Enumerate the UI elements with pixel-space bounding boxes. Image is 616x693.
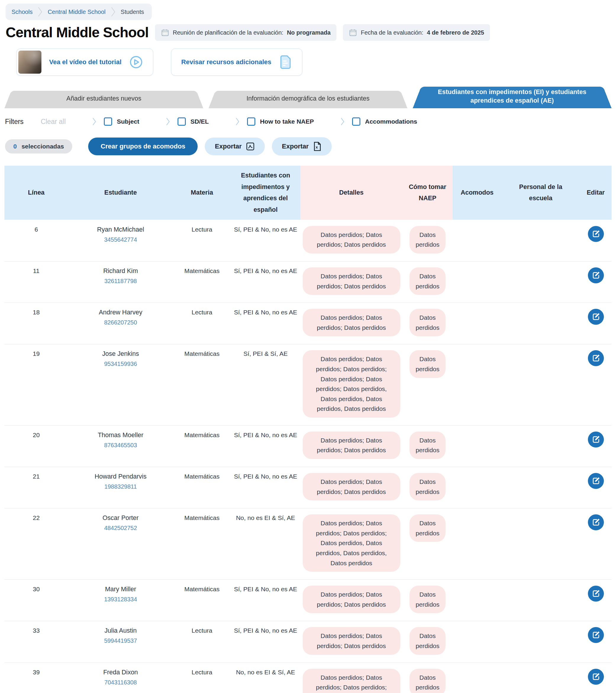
filter-sd-el[interactable]: SD/EL [177, 117, 209, 126]
cell-student: Ryan McMichael 3455642774 [68, 220, 173, 261]
student-id-link[interactable]: 3455642774 [104, 236, 137, 243]
student-id-link[interactable]: 8266207250 [104, 319, 137, 326]
edit-student-button[interactable] [588, 586, 604, 601]
cell-how-to-take-naep: Datos perdidos [402, 425, 453, 467]
column-header-edit: Editar [580, 166, 612, 220]
student-id-link[interactable]: 8763465503 [104, 442, 137, 449]
student-id-link[interactable]: 4842502752 [104, 525, 137, 532]
edit-student-button[interactable] [588, 268, 604, 283]
cell-line-number: 20 [4, 425, 68, 467]
student-id-link[interactable]: 3261187798 [104, 278, 137, 284]
cell-sd-el-status: No, no es EI & Sí, AE [231, 663, 300, 693]
student-name: Mary Miller [105, 586, 136, 593]
cell-details: Datos perdidos; Datos perdidos; Datos pe… [300, 509, 402, 579]
table-row: 19 Jose Jenkins 9534159936 Matemáticas S… [4, 344, 612, 425]
student-name: Freda Dixon [103, 669, 138, 676]
student-id-link[interactable]: 5994419537 [104, 637, 137, 644]
table-row: 22 Oscar Porter 4842502752 Matemáticas N… [4, 509, 612, 580]
table-row: 30 Mary Miller 1393128334 Matemáticas Sí… [4, 580, 612, 621]
student-name: Andrew Harvey [99, 309, 142, 316]
tutorial-video-label: Vea el vídeo del tutorial [49, 58, 121, 66]
export-excel-button[interactable]: Exportar x [272, 137, 332, 156]
accommodations-checkbox[interactable] [352, 117, 360, 126]
cell-how-to-take-naep: Datos perdidos [402, 220, 453, 261]
cell-school-staff [501, 425, 580, 467]
cell-student: Mary Miller 1393128334 [68, 580, 173, 621]
tab-label: Estudiantes con impedimentos (EI) y estu… [413, 85, 612, 108]
tab-demographic-info[interactable]: Información demográfica de los estudiant… [209, 89, 407, 108]
table-body: 6 Ryan McMichael 3455642774 Lectura Sí, … [4, 220, 612, 693]
filters-row: Filters Clear all Subject SD/EL How to t… [5, 117, 612, 126]
chevron-right-icon [111, 6, 115, 17]
svg-text:x: x [316, 145, 318, 150]
cell-line-number: 22 [4, 509, 68, 579]
student-name: Julia Austin [104, 627, 137, 634]
column-header-school-staff: Personal de la escuela [501, 166, 580, 220]
cell-school-staff [501, 663, 580, 693]
edit-student-button[interactable] [588, 473, 604, 489]
cell-student: Howard Pendarvis 1988329811 [68, 467, 173, 508]
sd-el-checkbox[interactable] [177, 117, 186, 126]
naep-missing-data-pill: Datos perdidos [409, 432, 446, 459]
cell-subject: Matemáticas [173, 580, 231, 621]
edit-student-button[interactable] [588, 432, 604, 448]
filter-how-to-take-naep[interactable]: How to take NAEP [247, 117, 314, 126]
breadcrumb-students: Students [121, 8, 144, 15]
student-id-link[interactable]: 7043116308 [104, 679, 137, 686]
table-row: 11 Richard Kim 3261187798 Matemáticas Sí… [4, 261, 612, 303]
cell-subject: Matemáticas [173, 425, 231, 467]
how-to-take-naep-checkbox[interactable] [247, 117, 255, 126]
edit-student-button[interactable] [588, 514, 604, 530]
additional-resources-card[interactable]: Revisar recursos adicionales [171, 48, 303, 76]
filter-label: Accommodations [365, 118, 417, 125]
table-row: 33 Julia Austin 5994419537 Lectura Sí, P… [4, 621, 612, 662]
edit-student-button[interactable] [588, 226, 604, 242]
student-id-link[interactable]: 1988329811 [104, 483, 137, 490]
export-pdf-button[interactable]: Exportar [205, 138, 265, 155]
cell-school-staff [501, 621, 580, 662]
export-excel-label: Exportar [282, 142, 309, 150]
edit-student-button[interactable] [588, 669, 604, 685]
cell-edit [580, 663, 612, 693]
create-accommodation-groups-button[interactable]: Crear grupos de acomodos [88, 138, 198, 155]
cell-student: Andrew Harvey 8266207250 [68, 303, 173, 344]
tab-sd-el-students[interactable]: Estudiantes con impedimentos (EI) y estu… [413, 85, 612, 108]
cards-row: Vea el vídeo del tutorial Revisar recurs… [16, 48, 612, 76]
planning-meeting-value: No programada [287, 29, 331, 36]
cell-student: Jose Jenkins 9534159936 [68, 344, 173, 425]
cell-school-staff [501, 261, 580, 302]
tab-add-new-students[interactable]: Añadir estudiantes nuevos [4, 89, 203, 108]
cell-sd-el-status: Sí, PEI & No, no es AE [231, 425, 300, 467]
assessment-date-value: 4 de febrero de 2025 [427, 29, 484, 36]
breadcrumb-central-middle-school[interactable]: Central Middle School [47, 8, 105, 15]
cell-details: Datos perdidos; Datos perdidos; Datos pe… [300, 425, 402, 467]
table-header: Línea Estudiante Materia Estudiantes con… [4, 166, 612, 220]
edit-student-button[interactable] [588, 627, 604, 643]
filter-subject[interactable]: Subject [104, 117, 139, 126]
details-missing-data-pill: Datos perdidos; Datos perdidos; Datos pe… [303, 627, 400, 655]
page: Schools Central Middle School Students C… [0, 0, 616, 693]
video-thumbnail [18, 51, 41, 74]
details-missing-data-pill: Datos perdidos; Datos perdidos; Datos pe… [303, 350, 400, 418]
cell-accommodations [453, 467, 501, 508]
title-row: Central Middle School Reunión de planifi… [6, 24, 612, 41]
cell-student: Oscar Porter 4842502752 [68, 509, 173, 579]
breadcrumb-schools[interactable]: Schools [12, 8, 33, 15]
cell-edit [580, 621, 612, 662]
subject-checkbox[interactable] [104, 117, 112, 126]
edit-student-button[interactable] [588, 309, 604, 325]
tutorial-video-card[interactable]: Vea el vídeo del tutorial [16, 48, 153, 76]
cell-subject: Lectura [173, 303, 231, 344]
cell-accommodations [453, 663, 501, 693]
chevron-right-icon [166, 117, 170, 126]
cell-details: Datos perdidos; Datos perdidos; Datos pe… [300, 621, 402, 662]
student-id-link[interactable]: 9534159936 [104, 360, 137, 368]
edit-student-button[interactable] [588, 350, 604, 366]
tab-label: Añadir estudiantes nuevos [4, 89, 203, 108]
cell-how-to-take-naep: Datos perdidos [402, 261, 453, 302]
clear-all-link[interactable]: Clear all [41, 118, 66, 126]
column-header-details: Detalles [300, 166, 402, 220]
filter-accommodations[interactable]: Accommodations [352, 117, 417, 126]
student-id-link[interactable]: 1393128334 [104, 596, 137, 603]
chevron-right-icon [38, 6, 42, 17]
